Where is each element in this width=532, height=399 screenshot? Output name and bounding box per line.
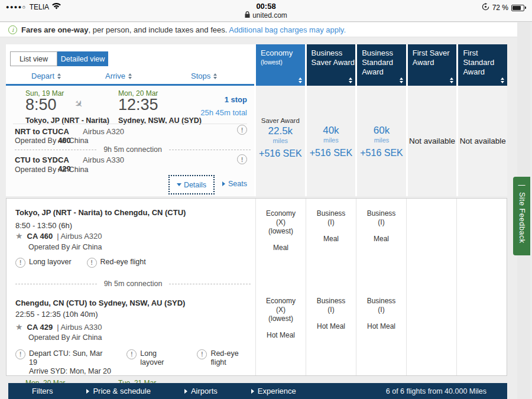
battery-icon xyxy=(511,5,524,11)
sort-stops[interactable]: Stops xyxy=(191,72,217,80)
cabin-info: Business (I) Hot Meal xyxy=(306,297,356,331)
warning-text: Red-eye flight xyxy=(100,258,146,267)
column-header-business-standard[interactable]: Business Standard Award xyxy=(357,44,406,86)
lock-icon xyxy=(245,11,250,20)
price-schedule-label: Price & schedule xyxy=(93,387,151,395)
caret-right-icon xyxy=(86,389,89,394)
depart-time: 8:50 xyxy=(25,96,57,114)
table-header-band: List view Detailed view Depart Arrive St… xyxy=(6,44,507,86)
fare-info-rest: , per person, and include taxes and fees… xyxy=(88,25,229,34)
airports-button[interactable]: Airports xyxy=(184,387,218,395)
connection-label: 9h 5m connection xyxy=(96,145,169,154)
experience-button[interactable]: Experience xyxy=(251,387,296,395)
fare-unavailable: Not available xyxy=(458,137,507,145)
dashed-line xyxy=(169,150,251,150)
results-table: List view Detailed view Depart Arrive St… xyxy=(6,44,507,376)
flight-number: CA 460 xyxy=(27,232,53,241)
sort-depart[interactable]: Depart xyxy=(31,72,61,80)
star-alliance-icon: ★ xyxy=(15,231,23,241)
header-left: List view Detailed view Depart Arrive St… xyxy=(6,44,254,86)
connection-divider: 9h 5m connection xyxy=(15,280,251,288)
cabin-class: Business xyxy=(356,297,406,306)
caret-right-icon xyxy=(184,389,187,394)
ios-status-bar: ●●●●○ TELIA 00:58 united.com 72 % xyxy=(0,0,532,22)
fare-info-bold: Fares are one-way xyxy=(21,25,88,34)
fare-miles: 40k xyxy=(307,125,356,137)
bag-charges-link[interactable]: Additional bag charges may apply. xyxy=(229,25,346,34)
cabin-code: (I) xyxy=(356,306,406,314)
column-title: Business Saver Award xyxy=(312,48,356,67)
cabin-class: Economy xyxy=(256,209,306,218)
detail-col-first-saver xyxy=(406,199,456,375)
fare-label: Saver Award xyxy=(256,117,305,124)
aircraft-type: | Airbus A330 xyxy=(57,323,102,332)
segment-warnings: ! Long layover ! Red-eye flight xyxy=(15,258,146,268)
site-feedback-tab[interactable]: — Site Feedback xyxy=(513,177,530,255)
cabin-code: (X) xyxy=(256,218,306,227)
details-button[interactable]: Details xyxy=(168,175,215,194)
cabin-class: Business xyxy=(306,297,356,306)
column-title: Business Standard Award xyxy=(362,48,406,77)
column-header-first-standard[interactable]: First Standard Award xyxy=(458,44,507,86)
cabin-class: Economy xyxy=(256,297,306,306)
warning-line1: Depart CTU: Sun, Mar 19 xyxy=(29,349,102,366)
aircraft-type: | Airbus A320 xyxy=(57,232,102,241)
fare-miles: 22.5k xyxy=(256,125,305,137)
fare-info-text: Fares are one-way, per person, and inclu… xyxy=(21,25,346,34)
fare-cell-business-standard[interactable]: 60k miles +516 SEK xyxy=(357,86,406,196)
fare-cash: +516 SEK xyxy=(256,148,305,159)
column-header-economy[interactable]: Economy (lowest) xyxy=(256,44,305,86)
cabin-info: Economy (X) (lowest) Meal xyxy=(256,209,306,252)
fare-cell-first-standard: Not available xyxy=(458,86,507,196)
alert-icon[interactable]: ! xyxy=(237,125,247,135)
caret-down-icon xyxy=(177,183,181,186)
detail-col-economy: Economy (X) (lowest) Meal Economy (X) (l… xyxy=(255,199,306,375)
segment-detail-title: Tokyo, JP (NRT - Narita) to Chengdu, CN … xyxy=(15,208,186,217)
meal-info: Meal xyxy=(306,235,356,244)
filters-button[interactable]: Filters xyxy=(32,387,53,395)
warning-item: ! Red-eye flight xyxy=(87,258,146,268)
fare-cell-business-saver[interactable]: 40k miles +516 SEK xyxy=(307,86,356,196)
detail-col-business-saver: Business (I) Meal Business (I) Hot Meal xyxy=(306,199,356,375)
alert-icon[interactable]: ! xyxy=(237,154,247,164)
detailed-view-button[interactable]: Detailed view xyxy=(57,51,108,66)
fare-miles: 60k xyxy=(357,125,406,137)
sort-icon xyxy=(299,77,302,83)
meal-info: Hot Meal xyxy=(356,322,406,331)
cabin-info: Business (I) Meal xyxy=(306,209,356,244)
warning-text: Long layover xyxy=(29,258,72,267)
results-summary: 6 of 6 flights from 40.000 Miles xyxy=(386,387,486,395)
plane-icon: ✈ xyxy=(72,97,86,112)
alert-icon: ! xyxy=(15,258,25,268)
price-schedule-button[interactable]: Price & schedule xyxy=(86,387,151,395)
connection-label: 9h 5m connection xyxy=(97,280,170,288)
fare-unavailable: Not available xyxy=(408,137,457,145)
rotation-lock-icon xyxy=(482,3,489,12)
seats-link[interactable]: Seats xyxy=(222,180,247,188)
cabin-code: (I) xyxy=(306,306,356,314)
fare-cell-economy[interactable]: Saver Award 22.5k miles +516 SEK xyxy=(256,86,305,196)
divider xyxy=(13,124,247,124)
warning-text: Long layover xyxy=(140,349,181,367)
sort-arrive-label: Arrive xyxy=(105,72,125,80)
cabin-info: Business (I) Hot Meal xyxy=(356,297,406,331)
segment-detail-flight: ★ CA 460 | Airbus A320 xyxy=(15,231,102,241)
fare-cash: +516 SEK xyxy=(357,148,406,158)
dashed-line xyxy=(15,284,97,284)
list-view-button[interactable]: List view xyxy=(10,51,57,66)
alert-icon: ! xyxy=(197,349,207,359)
column-header-first-saver[interactable]: First Saver Award xyxy=(408,44,457,86)
segment-detail-times: 22:55 - 12:35 (10h 40m) xyxy=(15,310,98,319)
sort-arrive[interactable]: Arrive xyxy=(105,72,132,80)
column-subtitle: (lowest) xyxy=(261,59,305,66)
info-icon: i xyxy=(8,25,17,34)
segment-detail-flight: ★ CA 429 | Airbus A330 xyxy=(15,322,102,332)
cabin-info: Business (I) Meal xyxy=(356,209,406,244)
operated-by: Operated By Air China xyxy=(28,243,102,251)
alert-icon: ! xyxy=(126,349,137,359)
cabin-info: Economy (X) (lowest) Hot Meal xyxy=(256,297,306,340)
minimize-icon: — xyxy=(518,182,525,188)
column-header-business-saver[interactable]: Business Saver Award xyxy=(307,44,356,86)
address-bar: united.com xyxy=(0,11,532,20)
warning-line2: Arrive SYD: Mon, Mar 20 xyxy=(29,367,111,375)
